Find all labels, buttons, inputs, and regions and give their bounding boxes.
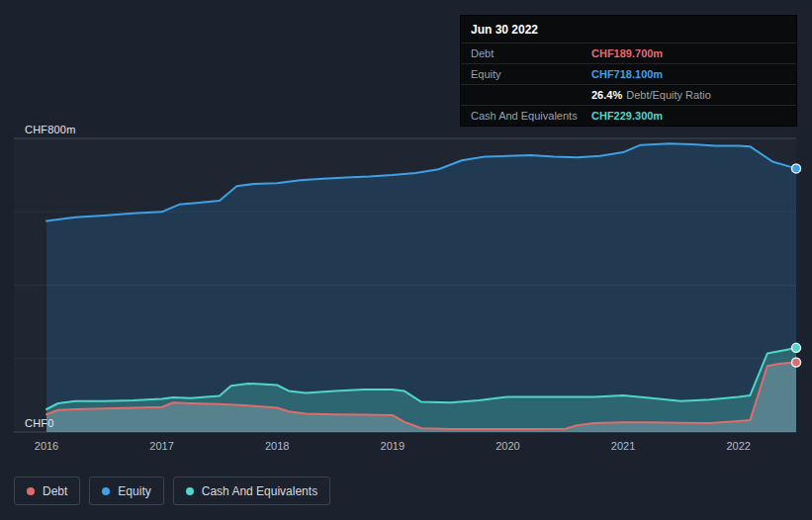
tooltip-row-ratio: 26.4% Debt/Equity Ratio — [461, 84, 796, 105]
tooltip-row-cash: Cash And Equivalents CHF229.300m — [461, 105, 796, 126]
tooltip-cash-value: CHF229.300m — [591, 110, 663, 122]
chart-legend: Debt Equity Cash And Equivalents — [14, 477, 330, 505]
x-axis-label-2018: 2018 — [265, 440, 289, 452]
chart-tooltip: Jun 30 2022 Debt CHF189.700m Equity CHF7… — [461, 16, 796, 126]
tooltip-ratio-label: Debt/Equity Ratio — [626, 89, 711, 101]
tooltip-date: Jun 30 2022 — [461, 16, 796, 43]
debt-dot-icon — [27, 487, 35, 495]
legend-debt-label: Debt — [43, 484, 67, 498]
legend-cash-label: Cash And Equivalents — [202, 484, 317, 498]
legend-item-debt[interactable]: Debt — [14, 477, 80, 505]
legend-item-cash[interactable]: Cash And Equivalents — [173, 477, 330, 505]
tooltip-equity-value: CHF718.100m — [591, 68, 663, 80]
legend-item-equity[interactable]: Equity — [89, 477, 163, 505]
tooltip-equity-label: Equity — [471, 68, 591, 80]
chart-area[interactable]: CHF800m CHF0 201620172018201920202021202… — [14, 124, 796, 450]
chart-canvas[interactable] — [14, 124, 796, 450]
x-axis-label-2017: 2017 — [149, 440, 173, 452]
x-axis: 2016201720182019202020212022 — [14, 440, 796, 456]
end-marker-cash-and-equivalents — [792, 343, 801, 352]
cash-dot-icon — [186, 487, 194, 495]
end-marker-equity — [792, 164, 801, 173]
equity-dot-icon — [102, 487, 110, 495]
tooltip-debt-label: Debt — [471, 47, 591, 59]
x-axis-label-2021: 2021 — [611, 440, 635, 452]
end-marker-debt — [792, 358, 801, 367]
tooltip-row-debt: Debt CHF189.700m — [461, 43, 796, 63]
balance-sheet-history-chart: CHF800m CHF0 201620172018201920202021202… — [0, 0, 812, 520]
x-axis-label-2016: 2016 — [35, 440, 58, 452]
x-axis-label-2022: 2022 — [726, 440, 750, 452]
legend-equity-label: Equity — [118, 484, 150, 498]
y-axis-label-800m: CHF800m — [25, 124, 76, 135]
tooltip-cash-label: Cash And Equivalents — [471, 110, 591, 122]
y-axis-label-0: CHF0 — [25, 417, 54, 429]
x-axis-label-2020: 2020 — [496, 440, 519, 452]
tooltip-debt-value: CHF189.700m — [591, 47, 663, 59]
tooltip-row-equity: Equity CHF718.100m — [461, 63, 796, 84]
x-axis-label-2019: 2019 — [381, 440, 405, 452]
tooltip-ratio-value: 26.4% — [591, 89, 622, 101]
